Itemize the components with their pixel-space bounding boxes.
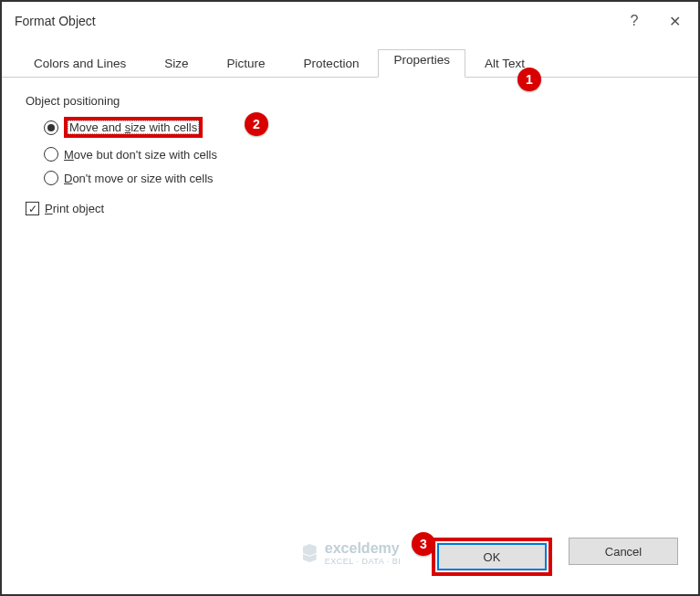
annotation-badge-2: 2 xyxy=(245,112,268,136)
radio-label-move-and-size: Move and size with cells xyxy=(64,117,203,138)
tab-properties[interactable]: Properties xyxy=(378,49,465,78)
tab-protection[interactable]: Protection xyxy=(285,49,379,77)
checkbox-label-print-object: Print object xyxy=(45,202,104,215)
tab-content: Object positioning Move and size with ce… xyxy=(2,78,698,527)
annotation-badge-3: 3 xyxy=(412,532,435,556)
radio-move-no-size[interactable]: Move but don't size with cells xyxy=(44,147,676,162)
close-button[interactable]: ✕ xyxy=(654,7,695,35)
group-label-positioning: Object positioning xyxy=(26,94,676,108)
ok-button-highlight: OK xyxy=(432,538,552,576)
title-bar: Format Object ? ✕ xyxy=(2,2,698,40)
ok-button[interactable]: OK xyxy=(437,543,547,570)
tab-colors-and-lines[interactable]: Colors and Lines xyxy=(15,49,145,77)
radio-icon xyxy=(44,171,58,185)
checkbox-icon: ✓ xyxy=(26,202,39,215)
help-button[interactable]: ? xyxy=(614,7,654,35)
radio-label-dont-move: Don't move or size with cells xyxy=(64,172,214,185)
checkbox-print-object[interactable]: ✓ Print object xyxy=(26,202,676,215)
dialog-title: Format Object xyxy=(15,14,614,28)
watermark: exceldemy EXCEL · DATA · BI xyxy=(299,540,401,566)
watermark-icon xyxy=(299,543,319,563)
radio-move-and-size[interactable]: Move and size with cells 2 xyxy=(44,117,676,138)
cancel-button[interactable]: Cancel xyxy=(569,538,678,565)
radio-icon xyxy=(44,120,58,135)
radio-icon xyxy=(44,147,58,162)
tab-picture[interactable]: Picture xyxy=(208,49,285,77)
tab-size[interactable]: Size xyxy=(145,49,207,77)
format-object-dialog: Format Object ? ✕ Colors and Lines Size … xyxy=(2,2,698,594)
radio-label-move-no-size: Move but don't size with cells xyxy=(64,148,217,162)
annotation-badge-1: 1 xyxy=(517,68,541,91)
radio-dont-move[interactable]: Don't move or size with cells xyxy=(44,171,676,185)
tab-strip: Colors and Lines Size Picture Protection… xyxy=(2,40,698,78)
